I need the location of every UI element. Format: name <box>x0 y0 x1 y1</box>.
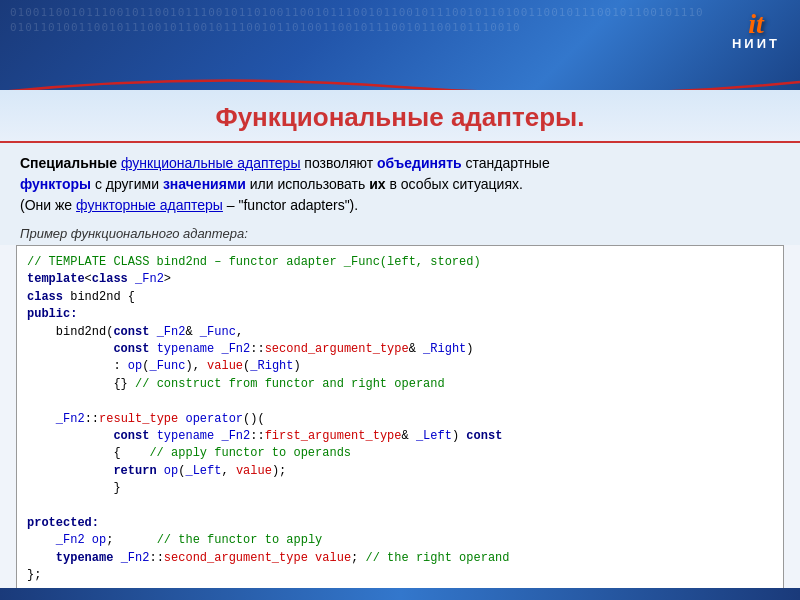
code-line-14: } <box>27 480 773 497</box>
desc-special: Специальные <box>20 155 121 171</box>
code-line-12: { // apply functor to operands <box>27 445 773 462</box>
desc-line1: Специальные функциональные адаптеры позв… <box>20 153 780 174</box>
desc-functor-adapters-link[interactable]: функторные адаптеры <box>76 197 223 213</box>
slide-title: Функциональные адаптеры. <box>20 102 780 133</box>
desc-combine: объединять <box>377 155 462 171</box>
code-line-8: {} // construct from functor and right o… <box>27 376 773 393</box>
code-line-11: const typename _Fn2::first_argument_type… <box>27 428 773 445</box>
code-line-9 <box>27 393 773 410</box>
desc-line2: функторы с другими значениями или исполь… <box>20 174 780 195</box>
desc-line3: (Они же функторные адаптеры – "functor a… <box>20 195 780 216</box>
code-line-16: protected: <box>27 515 773 532</box>
logo: it НИИТ <box>732 8 780 51</box>
desc-values: значениями <box>163 176 246 192</box>
code-block: // TEMPLATE CLASS bind2nd – functor adap… <box>16 245 784 593</box>
content-area: Функциональные адаптеры. Специальные фун… <box>0 90 800 600</box>
code-line-6: const typename _Fn2::second_argument_typ… <box>27 341 773 358</box>
code-line-17: _Fn2 op; // the functor to apply <box>27 532 773 549</box>
code-line-15 <box>27 497 773 514</box>
code-line-5: bind2nd(const _Fn2& _Func, <box>27 324 773 341</box>
desc-functors: функторы <box>20 176 91 192</box>
code-line-1: // TEMPLATE CLASS bind2nd – functor adap… <box>27 254 773 271</box>
code-line-19: }; <box>27 567 773 584</box>
desc-them: их <box>369 176 385 192</box>
logo-name: НИИТ <box>732 36 780 51</box>
code-line-2: template<class _Fn2> <box>27 271 773 288</box>
example-label: Пример функционального адаптера: <box>0 222 800 245</box>
code-line-4: public: <box>27 306 773 323</box>
desc-adapters-link[interactable]: функциональные адаптеры <box>121 155 301 171</box>
bottom-bar <box>0 588 800 600</box>
title-section: Функциональные адаптеры. <box>0 90 800 143</box>
code-line-7: : op(_Func), value(_Right) <box>27 358 773 375</box>
code-line-18: typename _Fn2::second_argument_type valu… <box>27 550 773 567</box>
description-text: Специальные функциональные адаптеры позв… <box>0 143 800 222</box>
code-line-3: class bind2nd { <box>27 289 773 306</box>
code-line-10: _Fn2::result_type operator()( <box>27 411 773 428</box>
slide: it НИИТ Функциональные адаптеры. Специал… <box>0 0 800 600</box>
code-line-13: return op(_Left, value); <box>27 463 773 480</box>
